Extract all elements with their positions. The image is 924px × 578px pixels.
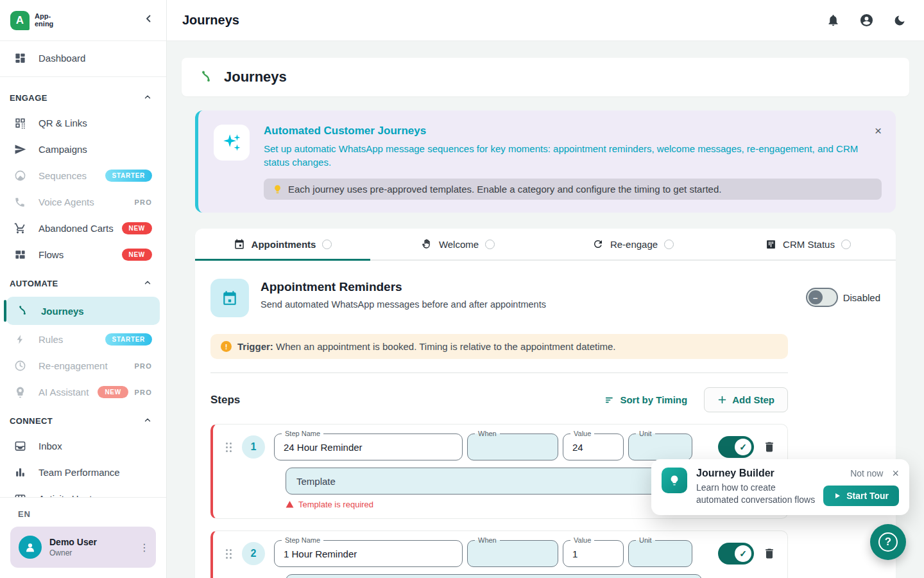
info-banner: Automated Customer Journeys Set up autom… [195, 110, 896, 213]
sidebar-item-qr-links[interactable]: QR & Links [0, 110, 166, 136]
section-header-engage[interactable]: ENGAGE [0, 82, 166, 110]
sidebar-item-label: Team Performance [38, 467, 120, 478]
starter-badge: STARTER [105, 333, 152, 346]
step-name-field[interactable]: Step Name [274, 434, 463, 460]
calendar-icon [234, 238, 245, 250]
account-icon[interactable] [859, 13, 874, 28]
warning-icon [286, 500, 294, 509]
close-icon[interactable]: × [875, 125, 882, 137]
sidebar-item-label: Inbox [38, 441, 62, 451]
help-button[interactable]: ? [870, 524, 906, 560]
delete-step-icon[interactable] [763, 547, 776, 560]
sidebar-item-rules[interactable]: Rules STARTER [0, 326, 166, 353]
step-enabled-toggle[interactable]: ✓ [718, 436, 754, 458]
tab-label: CRM Status [783, 239, 835, 250]
chevron-up-icon [143, 416, 152, 426]
plus-icon [717, 395, 727, 405]
sidebar-item-label: Dashboard [38, 53, 85, 64]
tab-appointments[interactable]: Appointments [195, 229, 370, 259]
popup-actions: Not now × Start Tour [823, 468, 899, 506]
not-now-button[interactable]: Not now [850, 468, 883, 478]
chevron-up-icon [143, 278, 152, 289]
sparkles-icon [214, 125, 250, 161]
popup-line1: Learn how to create [696, 482, 776, 493]
language-selector[interactable]: EN [10, 507, 156, 527]
trigger-banner: ! Trigger: When an appointment is booked… [210, 334, 788, 359]
add-step-button[interactable]: Add Step [704, 387, 788, 412]
popup-description: Learn how to createautomated conversatio… [696, 482, 823, 506]
sidebar-item-activity-heatmap[interactable]: Activity Heatmap [0, 486, 166, 497]
sidebar-item-label: Sequences [38, 170, 87, 181]
logo-line2: ening [35, 21, 53, 28]
sidebar-item-re-engagement[interactable]: Re-engagement PRO [0, 353, 166, 379]
template-select[interactable]: Template [286, 574, 702, 578]
user-name: Demo User [49, 537, 97, 547]
enable-toggle[interactable]: – [806, 288, 838, 307]
section-header-automate[interactable]: AUTOMATE [0, 268, 166, 295]
sidebar-item-ai-assistant[interactable]: AI Assistant NEW PRO [0, 379, 166, 405]
app-logo-text: App- ening [35, 13, 53, 28]
category-subtitle: Send automated WhatsApp messages before … [261, 299, 546, 310]
step-name-field[interactable]: Step Name [274, 540, 463, 567]
section-header-connect[interactable]: CONNECT [0, 405, 166, 433]
sort-label: Sort by Timing [620, 394, 687, 405]
close-icon[interactable]: × [892, 468, 899, 479]
start-tour-button[interactable]: Start Tour [823, 486, 899, 506]
sidebar-item-team-performance[interactable]: Team Performance [0, 459, 166, 486]
question-mark-icon: ? [878, 532, 898, 552]
sort-icon [604, 395, 615, 405]
collapse-sidebar-icon[interactable] [143, 13, 155, 28]
step-enabled-toggle[interactable]: ✓ [718, 543, 754, 565]
tab-label: Welcome [439, 239, 479, 250]
notifications-bell-icon[interactable] [825, 13, 841, 28]
when-field[interactable]: When [467, 540, 558, 567]
when-field[interactable]: When [467, 434, 558, 460]
sidebar-item-inbox[interactable]: Inbox [0, 433, 166, 459]
sidebar-item-abandoned-carts[interactable]: Abandoned Carts NEW [0, 215, 166, 241]
tab-welcome[interactable]: Welcome [370, 229, 545, 259]
value-input[interactable] [563, 541, 623, 566]
sidebar-item-voice-agents[interactable]: Voice Agents PRO [0, 189, 166, 215]
sidebar-item-sequences[interactable]: Sequences STARTER [0, 162, 166, 189]
sort-by-timing-button[interactable]: Sort by Timing [604, 394, 687, 405]
topbar-title: Journeys [182, 13, 239, 28]
template-select[interactable]: Template [286, 468, 702, 495]
lightbulb-icon [273, 184, 282, 194]
sidebar-item-journeys[interactable]: Journeys [6, 297, 160, 325]
sidebar-item-campaigns[interactable]: Campaigns [0, 136, 166, 162]
app-logo-icon: A [10, 11, 30, 30]
step-name-input[interactable] [275, 541, 462, 566]
drag-handle-icon[interactable] [226, 442, 233, 452]
sidebar-item-label: Journeys [41, 306, 84, 317]
status-label: Disabled [843, 292, 880, 303]
tab-crm-status[interactable]: CRM Status [721, 229, 896, 259]
value-field[interactable]: Value [563, 540, 624, 567]
toggle-knob: ✓ [735, 439, 751, 455]
dark-mode-moon-icon[interactable] [892, 13, 907, 28]
appointments-panel: Appointment Reminders Send automated Wha… [195, 261, 896, 578]
sidebar-item-label: Voice Agents [38, 197, 94, 207]
user-card[interactable]: Demo User Owner ⋮ [10, 527, 156, 568]
trigger-text: Trigger: When an appointment is booked. … [237, 341, 615, 352]
user-menu-icon[interactable]: ⋮ [139, 541, 150, 554]
drag-handle-icon[interactable] [226, 549, 233, 559]
journeys-card: Appointments Welcome Re-engage [195, 229, 896, 578]
step-name-input[interactable] [275, 434, 462, 460]
sidebar-item-flows[interactable]: Flows NEW [0, 241, 166, 268]
section-title: ENGAGE [10, 93, 47, 103]
step-fields: Step Name When Value [274, 434, 712, 460]
pro-tag: PRO [135, 362, 152, 370]
lightbulb-icon [662, 468, 687, 493]
unit-field[interactable]: Unit [628, 434, 692, 460]
pro-tag: PRO [135, 389, 152, 396]
tab-re-engage[interactable]: Re-engage [545, 229, 721, 259]
unit-field[interactable]: Unit [628, 540, 692, 567]
step-fields: Step Name When Value [274, 540, 712, 567]
start-tour-label: Start Tour [846, 491, 889, 501]
value-field[interactable]: Value [563, 434, 624, 460]
add-step-label: Add Step [732, 394, 774, 405]
value-input[interactable] [563, 434, 623, 460]
popup-title: Journey Builder [696, 468, 823, 479]
delete-step-icon[interactable] [763, 441, 776, 453]
sidebar-item-dashboard[interactable]: Dashboard [0, 45, 166, 71]
